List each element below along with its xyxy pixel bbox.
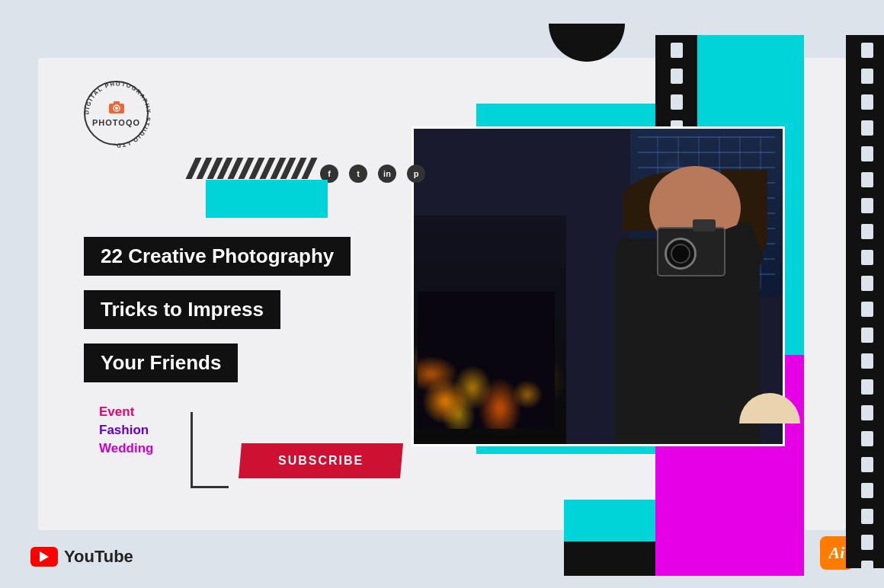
film-hole xyxy=(861,146,873,161)
film-hole xyxy=(861,431,873,446)
youtube-text: YouTube xyxy=(64,547,133,567)
pinterest-icon[interactable]: p xyxy=(407,165,425,183)
headline-block-2: Tricks to Impress xyxy=(84,290,280,329)
logo-circle: DIGITAL PHOTOGRAPHY STUDIO LTD. PHOTOQO xyxy=(84,81,149,145)
cyan-rect-bottom xyxy=(564,500,655,545)
main-photo xyxy=(412,126,785,446)
headline-block-3: Your Friends xyxy=(84,344,238,382)
cyan-accent-left xyxy=(206,180,328,218)
category-tags: Event Fashion Wedding xyxy=(99,404,153,456)
left-content-area: DIGITAL PHOTOGRAPHY STUDIO LTD. PHOTOQO xyxy=(38,58,457,530)
headline-block-1: 22 Creative Photography xyxy=(84,237,351,276)
film-hole xyxy=(861,94,873,110)
diagonal-lines-decoration xyxy=(191,157,312,180)
twitter-icon[interactable]: t xyxy=(349,165,367,183)
headline-line-3: Your Friends xyxy=(101,351,221,374)
film-hole xyxy=(861,457,873,472)
film-hole xyxy=(861,69,873,84)
film-hole xyxy=(861,224,873,239)
category-fashion: Fashion xyxy=(99,423,153,438)
film-hole xyxy=(861,509,873,524)
film-hole xyxy=(861,302,873,317)
film-hole xyxy=(861,535,873,550)
film-hole xyxy=(861,43,873,58)
film-hole xyxy=(671,94,683,110)
film-hole xyxy=(671,43,683,58)
film-hole xyxy=(861,120,873,136)
film-hole xyxy=(861,379,873,395)
film-hole xyxy=(671,69,683,84)
linkedin-icon[interactable]: in xyxy=(378,165,396,183)
film-hole xyxy=(861,328,873,343)
film-hole xyxy=(861,353,873,369)
logo-circular-text: DIGITAL PHOTOGRAPHY STUDIO LTD. xyxy=(83,80,152,149)
logo-area: DIGITAL PHOTOGRAPHY STUDIO LTD. PHOTOQO xyxy=(84,81,149,145)
dark-semicircle-top xyxy=(549,24,625,62)
film-hole xyxy=(861,276,873,291)
photo-scene xyxy=(414,129,783,444)
film-hole xyxy=(861,198,873,213)
category-wedding: Wedding xyxy=(99,441,153,456)
film-hole xyxy=(861,172,873,187)
headline-line-2: Tricks to Impress xyxy=(101,298,264,321)
headline-line-1: 22 Creative Photography xyxy=(101,244,334,267)
main-card: DIGITAL PHOTOGRAPHY STUDIO LTD. PHOTOQO xyxy=(38,58,846,530)
dark-rect-bottom xyxy=(564,542,655,576)
film-hole xyxy=(861,561,873,576)
film-hole xyxy=(861,405,873,420)
category-event: Event xyxy=(99,404,153,420)
logo-circular-text-svg: DIGITAL PHOTOGRAPHY STUDIO LTD. xyxy=(79,76,156,153)
filmstrip-top xyxy=(655,35,697,126)
filmstrip-right xyxy=(846,35,884,568)
subscribe-button-label: SUBSCRIBE xyxy=(278,454,364,468)
social-icons-group: f t in p xyxy=(320,165,425,183)
svg-text:DIGITAL PHOTOGRAPHY STUDIO LTD: DIGITAL PHOTOGRAPHY STUDIO LTD. xyxy=(83,80,152,149)
film-hole xyxy=(861,483,873,498)
l-bracket-decoration xyxy=(191,412,229,488)
film-hole xyxy=(861,250,873,265)
youtube-icon xyxy=(30,547,58,567)
youtube-label: YouTube xyxy=(30,547,133,567)
subscribe-button[interactable]: SUBSCRIBE xyxy=(239,443,403,478)
